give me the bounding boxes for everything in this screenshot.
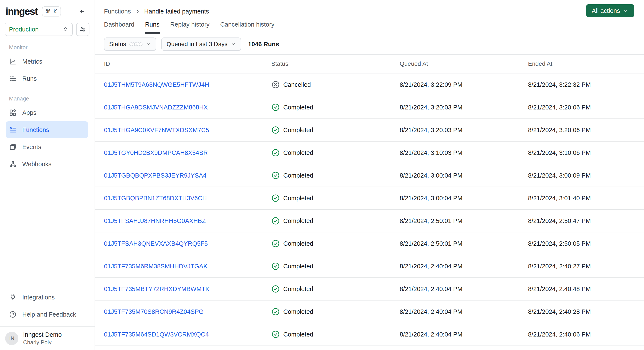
functions-icon (9, 126, 17, 134)
user-menu[interactable]: IN Inngest Demo Charly Poly (0, 326, 94, 350)
all-actions-label: All actions (592, 7, 620, 14)
run-id-link[interactable]: 01J5TF735MBTY72RHXDYMBWMTK (104, 285, 210, 292)
table-row: 01J5THGA9C0XVF7NWTXDSXM7C5 Completed 8/2… (95, 119, 644, 142)
chevron-down-icon (623, 8, 628, 14)
sidebar-item-label: Metrics (22, 58, 42, 65)
queued-at: 8/21/2024, 2:40:04 PM (400, 331, 528, 338)
ended-at: 8/21/2024, 2:40:48 PM (528, 285, 644, 293)
run-id-link[interactable]: 01J5THGA9C0XVF7NWTXDSXM7C5 (104, 127, 209, 133)
tab-cancellation-history[interactable]: Cancellation history (220, 21, 274, 34)
sidebar-item-runs[interactable]: Runs (6, 70, 88, 87)
status-cell: Completed (271, 307, 400, 316)
command-k-shortcut[interactable]: ⌘ K (42, 7, 61, 17)
env-updown-icon (62, 26, 68, 32)
ended-at: 8/21/2024, 2:40:28 PM (528, 308, 644, 315)
ended-at: 8/21/2024, 2:50:47 PM (528, 217, 644, 225)
sidebar-item-metrics[interactable]: Metrics (6, 53, 88, 70)
ended-at: 8/21/2024, 3:10:06 PM (528, 149, 644, 156)
table-row: 01J5TGBQBPBN1ZT68DXTH3V6CH Completed 8/2… (95, 187, 644, 210)
status-filter-button[interactable]: Status (104, 38, 156, 51)
tab-dashboard[interactable]: Dashboard (104, 21, 134, 34)
ended-at: 8/21/2024, 2:50:05 PM (528, 240, 644, 247)
queued-at: 8/21/2024, 2:50:01 PM (400, 240, 528, 247)
status-cell: Completed (271, 217, 400, 225)
run-id-link[interactable]: 01J5TGBQBQPXPBS3JEYR9JYSA4 (104, 172, 206, 179)
sidebar-item-help[interactable]: Help and Feedback (6, 306, 88, 323)
status-label: Completed (283, 195, 313, 202)
breadcrumb-functions[interactable]: Functions (104, 8, 131, 15)
table-row: 01J5TF735M70S8RCN9R4Z04SPG Completed 8/2… (95, 300, 644, 323)
status-cell: Completed (271, 330, 400, 339)
chevron-down-icon (146, 42, 151, 47)
sidebar-item-webhooks[interactable]: Webhooks (6, 155, 88, 173)
status-label: Completed (283, 149, 313, 156)
status-label: Completed (283, 308, 313, 315)
table-row: 01J5TGY0HD2BX9DMPCAH8X54SR Completed 8/2… (95, 142, 644, 164)
user-name: Charly Poly (23, 339, 62, 346)
runs-table: 01J5THM5T9A63NQWGE5HFTWJ4H Cancelled 8/2… (95, 73, 644, 346)
sidebar-spacer (0, 173, 94, 289)
table-header: ID Status Queued At Ended At (95, 55, 644, 73)
ended-at: 8/21/2024, 2:40:06 PM (528, 331, 644, 338)
ended-at: 8/21/2024, 2:40:27 PM (528, 263, 644, 270)
run-id-link[interactable]: 01J5TF735M6RM38SMHHDVJTGAK (104, 263, 207, 270)
run-id-link[interactable]: 01J5TGBQBPBN1ZT68DXTH3V6CH (104, 195, 207, 202)
ended-at: 8/21/2024, 3:00:09 PM (528, 172, 644, 179)
tab-replay-history[interactable]: Replay history (170, 21, 210, 34)
main-content: Functions Handle failed payments All act… (95, 0, 644, 350)
ended-at: 8/21/2024, 3:01:40 PM (528, 195, 644, 202)
status-icon (271, 239, 280, 248)
metrics-icon (9, 58, 17, 65)
section-label-manage: Manage (9, 95, 94, 102)
inngest-logo: inngest (6, 6, 38, 17)
status-icon (271, 217, 280, 225)
status-label: Completed (283, 172, 313, 179)
table-row: 01J5TF735M6RM38SMHHDVJTGAK Completed 8/2… (95, 255, 644, 278)
run-id-link[interactable]: 01J5TF735M64SD1QW3VCRMXQC4 (104, 331, 209, 338)
status-icon (271, 148, 280, 157)
sidebar-item-integrations[interactable]: Integrations (6, 289, 88, 306)
run-id-link[interactable]: 01J5TFSAH3QNEVXAXB4QYRQ5F5 (104, 240, 208, 247)
sidebar-item-functions[interactable]: Functions (6, 121, 88, 138)
collapse-sidebar-icon[interactable] (78, 8, 85, 15)
status-cell: Completed (271, 126, 400, 134)
queued-at: 8/21/2024, 3:00:04 PM (400, 172, 528, 179)
all-actions-button[interactable]: All actions (586, 4, 634, 17)
time-range-filter-button[interactable]: Queued in Last 3 Days (161, 38, 241, 51)
sidebar-item-apps[interactable]: Apps (6, 104, 88, 121)
status-label: Cancelled (283, 81, 311, 88)
queued-at: 8/21/2024, 2:40:04 PM (400, 308, 528, 315)
section-label-monitor: Monitor (9, 44, 94, 51)
table-row: 01J5TF735M64SD1QW3VCRMXQC4 Completed 8/2… (95, 323, 644, 346)
queued-at: 8/21/2024, 3:00:04 PM (400, 195, 528, 202)
env-settings-button[interactable] (76, 23, 90, 36)
app-window: inngest ⌘ K Production Monitor (0, 0, 644, 350)
status-cell: Cancelled (271, 80, 400, 89)
table-row: 01J5THGA9DSMJVNADZZZM868HX Completed 8/2… (95, 96, 644, 119)
sidebar-header: inngest ⌘ K (0, 0, 94, 19)
runs-count: 1046 Runs (248, 41, 279, 48)
run-id-link[interactable]: 01J5TGY0HD2BX9DMPCAH8X54SR (104, 149, 208, 156)
tab-runs[interactable]: Runs (145, 21, 160, 34)
queued-at: 8/21/2024, 2:40:04 PM (400, 263, 528, 270)
sidebar-item-label: Runs (22, 75, 37, 82)
sidebar-item-events[interactable]: Events (6, 138, 88, 155)
avatar: IN (5, 332, 18, 345)
sidebar: inngest ⌘ K Production Monitor (0, 0, 95, 350)
queued-at: 8/21/2024, 3:20:03 PM (400, 127, 528, 134)
status-cell: Completed (271, 194, 400, 203)
run-id-link[interactable]: 01J5TF735M70S8RCN9R4Z04SPG (104, 308, 204, 315)
status-icon (271, 103, 280, 112)
run-id-link[interactable]: 01J5THGA9DSMJVNADZZZM868HX (104, 104, 208, 111)
environment-name: Production (9, 26, 39, 33)
status-cell: Completed (271, 285, 400, 293)
environment-select[interactable]: Production (5, 23, 73, 36)
sidebar-item-label: Apps (22, 109, 36, 116)
queued-at: 8/21/2024, 2:50:01 PM (400, 217, 528, 225)
queued-at: 8/21/2024, 3:22:09 PM (400, 81, 528, 88)
run-id-link[interactable]: 01J5TFSAHJJ87HNRHH5G0AXHBZ (104, 217, 206, 224)
run-id-link[interactable]: 01J5THM5T9A63NQWGE5HFTWJ4H (104, 81, 209, 88)
status-label: Completed (283, 127, 313, 134)
runs-icon (9, 75, 17, 82)
status-icon (271, 307, 280, 316)
